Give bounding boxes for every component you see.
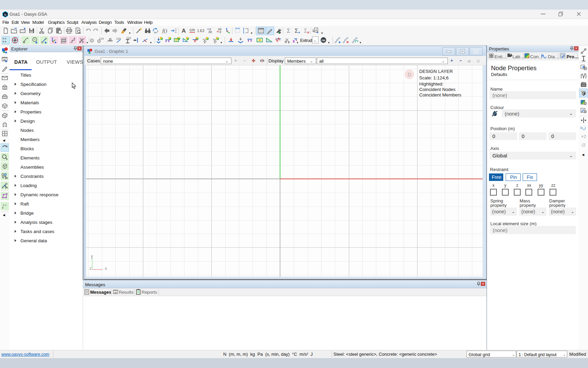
svg-text:.0: .0 <box>219 30 221 34</box>
svg-text:×2: ×2 <box>581 134 586 139</box>
svg-text:ab: ab <box>114 291 117 294</box>
svg-text:123: 123 <box>126 37 131 40</box>
svg-text:.00: .00 <box>208 30 212 34</box>
svg-text:x: x <box>204 41 206 44</box>
svg-text:OK: OK <box>322 39 326 42</box>
svg-text:cm: cm <box>190 28 195 32</box>
svg-text:y: y <box>214 41 216 44</box>
svg-text:Σ: Σ <box>287 28 290 34</box>
svg-text:f(): f() <box>162 28 167 34</box>
svg-text:x: x <box>293 39 295 44</box>
svg-text:G: G <box>4 13 6 16</box>
svg-text:A: A <box>182 28 186 34</box>
svg-text:123: 123 <box>99 37 104 40</box>
svg-text:123: 123 <box>116 37 121 40</box>
svg-text:ab: ab <box>3 58 6 61</box>
svg-text:/2: /2 <box>582 142 586 148</box>
svg-text:+: + <box>298 30 300 34</box>
svg-text:+: + <box>316 30 318 34</box>
svg-text:++: ++ <box>2 40 6 44</box>
svg-text:1.E3: 1.E3 <box>197 29 204 33</box>
svg-text:✕: ✕ <box>307 31 310 34</box>
svg-text:Σ: Σ <box>295 28 298 34</box>
svg-text:2.7: 2.7 <box>3 204 7 207</box>
